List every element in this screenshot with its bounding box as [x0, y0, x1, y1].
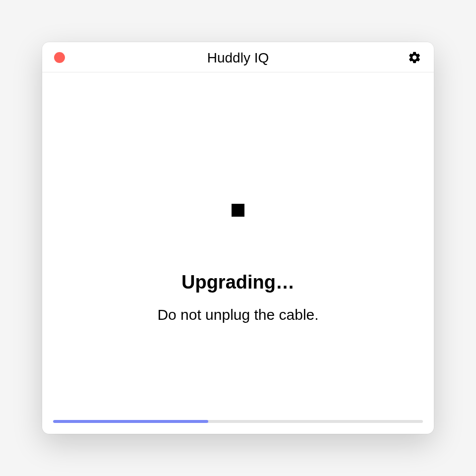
settings-button[interactable]: [407, 50, 422, 65]
progress-fill: [53, 420, 208, 423]
close-button[interactable]: [54, 52, 65, 63]
progress-bar: [53, 420, 423, 423]
content-area: Upgrading… Do not unplug the cable.: [42, 72, 434, 434]
status-subtitle: Do not unplug the cable.: [157, 306, 318, 323]
status-title: Upgrading…: [181, 272, 295, 293]
gear-icon: [408, 51, 421, 64]
titlebar: Huddly IQ: [42, 42, 434, 72]
window-title: Huddly IQ: [42, 50, 434, 66]
app-window: Huddly IQ Upgrading… Do not unplug the c…: [42, 42, 434, 434]
spinner-icon: [232, 204, 244, 217]
